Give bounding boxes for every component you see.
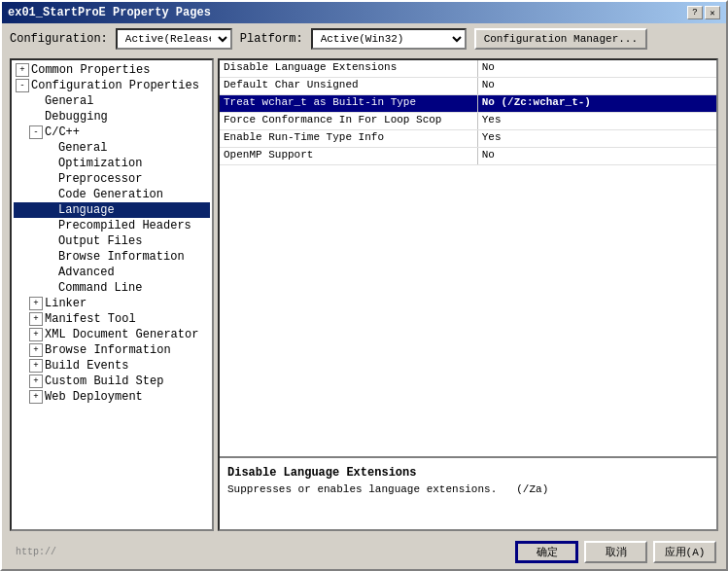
- prop-name-0: Disable Language Extensions: [220, 60, 478, 77]
- tree-label-browse-info: Browse Information: [58, 250, 185, 264]
- prop-row-5[interactable]: OpenMP SupportNo: [220, 148, 716, 165]
- expand-icon-custom-build[interactable]: +: [29, 375, 43, 388]
- prop-row-2[interactable]: Treat wchar_t as Built-in TypeNo (/Zc:wc…: [220, 95, 716, 113]
- platform-label: Platform:: [240, 32, 303, 46]
- title-bar: ex01_StartProE Property Pages ? ✕: [2, 2, 726, 23]
- expand-icon-common-props[interactable]: +: [16, 63, 29, 77]
- expand-icon-manifest[interactable]: +: [29, 312, 43, 326]
- description-text: Suppresses or enables language extension…: [227, 483, 709, 495]
- tree-panel: +Common Properties-Configuration Propert…: [10, 58, 214, 531]
- prop-value-2: No (/Zc:wchar_t-): [478, 95, 716, 112]
- bottom-bar: http:// 确定 取消 应用(A): [2, 535, 726, 569]
- tree-item-advanced[interactable]: Advanced: [14, 265, 210, 280]
- tree-item-build-events[interactable]: +Build Events: [14, 358, 210, 374]
- prop-row-0[interactable]: Disable Language ExtensionsNo: [220, 60, 716, 78]
- prop-name-2: Treat wchar_t as Built-in Type: [220, 95, 478, 112]
- prop-value-3: Yes: [478, 113, 716, 129]
- tree-item-precompiled[interactable]: Precompiled Headers: [14, 218, 210, 233]
- tree-item-code-gen[interactable]: Code Generation: [14, 187, 210, 202]
- tree-item-language[interactable]: Language: [14, 202, 210, 218]
- expand-icon-build-events[interactable]: +: [29, 359, 43, 373]
- title-buttons: ? ✕: [687, 6, 720, 19]
- prop-name-5: OpenMP Support: [220, 148, 478, 164]
- tree-label-custom-build: Custom Build Step: [45, 375, 163, 388]
- prop-row-3[interactable]: Force Conformance In For Loop ScopYes: [220, 113, 716, 130]
- description-panel: Disable Language Extensions Suppresses o…: [220, 456, 716, 529]
- prop-name-1: Default Char Unsigned: [220, 78, 478, 94]
- prop-value-0: No: [478, 60, 716, 77]
- main-window: ex01_StartProE Property Pages ? ✕ Config…: [0, 0, 728, 571]
- tree-item-cpp[interactable]: -C/C++: [14, 125, 210, 140]
- expand-icon-cpp[interactable]: -: [29, 125, 43, 139]
- tree-label-manifest: Manifest Tool: [45, 312, 136, 326]
- tree-item-optimization[interactable]: Optimization: [14, 156, 210, 171]
- tree-item-custom-build[interactable]: +Custom Build Step: [14, 374, 210, 389]
- description-flag: (/Za): [516, 483, 548, 495]
- properties-table: Disable Language ExtensionsNoDefault Cha…: [220, 60, 716, 456]
- prop-row-4[interactable]: Enable Run-Time Type InfoYes: [220, 130, 716, 148]
- tree-item-common-props[interactable]: +Common Properties: [14, 62, 210, 78]
- tree-item-browse-info2[interactable]: +Browse Information: [14, 342, 210, 358]
- tree-label-advanced: Advanced: [58, 266, 115, 279]
- prop-value-5: No: [478, 148, 716, 164]
- tree-item-preprocessor[interactable]: Preprocessor: [14, 171, 210, 187]
- config-manager-button[interactable]: Configuration Manager...: [474, 28, 647, 50]
- tree-item-config-props[interactable]: -Configuration Properties: [14, 78, 210, 93]
- tree-item-general[interactable]: General: [14, 93, 210, 109]
- description-title: Disable Language Extensions: [227, 466, 709, 480]
- tree-label-debugging: Debugging: [45, 110, 108, 124]
- tree-label-output-files: Output Files: [58, 234, 142, 248]
- tree-item-output-files[interactable]: Output Files: [14, 233, 210, 249]
- tree-item-manifest[interactable]: +Manifest Tool: [14, 311, 210, 327]
- tree-item-browse-info[interactable]: Browse Information: [14, 249, 210, 265]
- tree-label-browse-info2: Browse Information: [45, 343, 171, 357]
- toolbar: Configuration: Active(Release) Platform:…: [2, 23, 726, 54]
- expand-icon-config-props[interactable]: -: [16, 79, 29, 92]
- window-title: ex01_StartProE Property Pages: [8, 6, 211, 19]
- config-label: Configuration:: [10, 32, 108, 46]
- tree-label-config-props: Configuration Properties: [31, 79, 199, 92]
- tree-item-web-deploy[interactable]: +Web Deployment: [14, 389, 210, 405]
- cancel-button[interactable]: 取消: [584, 541, 647, 563]
- expand-icon-xml-doc[interactable]: +: [29, 328, 43, 341]
- expand-icon-browse-info2[interactable]: +: [29, 343, 43, 357]
- tree-label-xml-doc: XML Document Generator: [45, 328, 198, 341]
- tree-label-language: Language: [58, 203, 115, 217]
- tree-label-code-gen: Code Generation: [58, 188, 163, 201]
- tree-label-command-line: Command Line: [58, 281, 142, 295]
- tree-item-command-line[interactable]: Command Line: [14, 280, 210, 296]
- url-text: http://: [12, 547, 509, 557]
- tree-label-precompiled: Precompiled Headers: [58, 219, 191, 232]
- tree-label-optimization: Optimization: [58, 157, 142, 170]
- close-button[interactable]: ✕: [705, 6, 720, 19]
- tree-label-preprocessor: Preprocessor: [58, 172, 142, 186]
- tree-item-debugging[interactable]: Debugging: [14, 109, 210, 125]
- config-select[interactable]: Active(Release): [116, 28, 232, 50]
- expand-icon-web-deploy[interactable]: +: [29, 390, 43, 404]
- tree-label-general: General: [45, 94, 93, 108]
- prop-name-3: Force Conformance In For Loop Scop: [220, 113, 478, 129]
- main-content: +Common Properties-Configuration Propert…: [2, 54, 726, 535]
- prop-value-1: No: [478, 78, 716, 94]
- description-body: Suppresses or enables language extension…: [227, 483, 497, 495]
- prop-row-1[interactable]: Default Char UnsignedNo: [220, 78, 716, 95]
- tree-label-cpp-general: General: [58, 141, 107, 155]
- tree-item-xml-doc[interactable]: +XML Document Generator: [14, 327, 210, 342]
- platform-select[interactable]: Active(Win32): [311, 28, 467, 50]
- ok-button[interactable]: 确定: [515, 541, 578, 563]
- right-panel: Disable Language ExtensionsNoDefault Cha…: [218, 58, 718, 531]
- apply-button[interactable]: 应用(A): [653, 541, 716, 563]
- tree-item-cpp-general[interactable]: General: [14, 140, 210, 156]
- tree-label-common-props: Common Properties: [31, 63, 150, 77]
- help-button[interactable]: ?: [687, 6, 703, 19]
- tree-label-web-deploy: Web Deployment: [45, 390, 143, 404]
- prop-value-4: Yes: [478, 130, 716, 147]
- tree-item-linker[interactable]: +Linker: [14, 296, 210, 311]
- tree-label-cpp: C/C++: [45, 125, 80, 139]
- tree-label-build-events: Build Events: [45, 359, 128, 373]
- prop-name-4: Enable Run-Time Type Info: [220, 130, 478, 147]
- tree-label-linker: Linker: [45, 297, 87, 310]
- expand-icon-linker[interactable]: +: [29, 297, 43, 310]
